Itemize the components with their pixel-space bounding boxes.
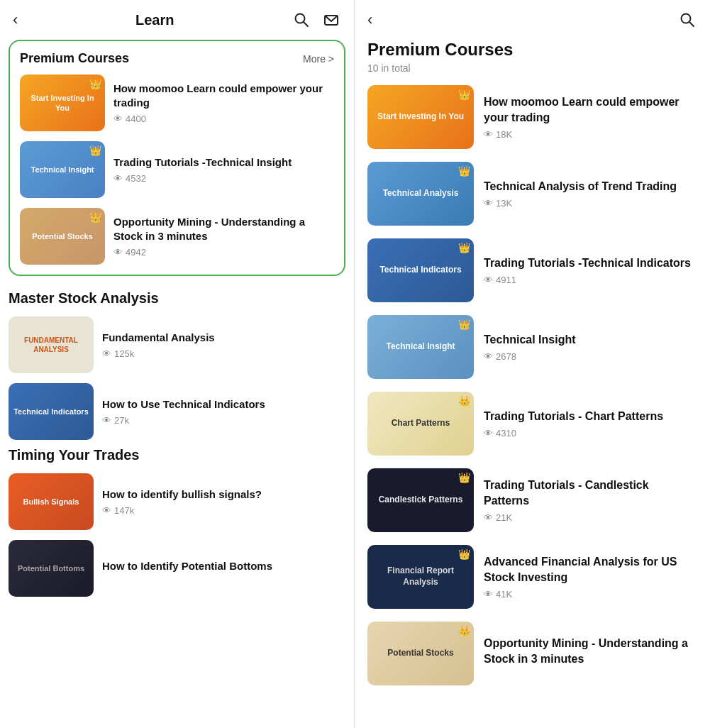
- right-thumb-label-6: Candlestick Patterns: [376, 492, 466, 509]
- right-crown-8: 👑: [458, 625, 470, 636]
- right-info-5: Trading Tutorials - Chart Patterns 👁 431…: [474, 409, 697, 439]
- right-views-1: 👁 18K: [484, 129, 697, 140]
- master-views-1: 👁 125k: [102, 348, 345, 359]
- left-search-icon[interactable]: [292, 10, 311, 30]
- left-premium-item-2[interactable]: 👑 Technical Insight Trading Tutorials -T…: [20, 141, 334, 198]
- right-info-2: Technical Analysis of Trend Trading 👁 13…: [474, 179, 697, 209]
- right-info-8: Opportunity Mining - Understanding a Sto…: [474, 636, 697, 671]
- eye-r6: 👁: [484, 512, 493, 523]
- right-course-list: 👑 Start Investing In You How moomoo Lear…: [355, 85, 710, 714]
- eye-icon-3: 👁: [113, 247, 123, 258]
- right-views-2: 👁 13K: [484, 198, 697, 209]
- right-item-6[interactable]: 👑 Candlestick Patterns Trading Tutorials…: [367, 468, 697, 532]
- eye-r2: 👁: [484, 198, 493, 209]
- right-main-title: Premium Courses: [355, 40, 710, 60]
- right-info-3: Trading Tutorials -Technical Indicators …: [474, 255, 697, 286]
- left-premium-info-2: Trading Tutorials -Technical Insight 👁 4…: [105, 155, 334, 184]
- left-premium-info-1: How moomoo Learn could empower your trad…: [105, 82, 334, 124]
- left-back-button[interactable]: ‹: [13, 11, 18, 29]
- eye-icon-2: 👁: [113, 173, 123, 184]
- right-thumb-5: 👑 Chart Patterns: [367, 392, 474, 456]
- left-premium-views-1: 👁 4400: [113, 114, 334, 124]
- right-views-3: 👁 4911: [484, 275, 697, 285]
- right-views-4: 👁 2678: [484, 351, 697, 362]
- more-link[interactable]: More >: [303, 53, 334, 65]
- master-course-title-2: How to Use Technical Indicators: [102, 397, 345, 412]
- right-thumb-6: 👑 Candlestick Patterns: [367, 468, 474, 532]
- eye-icon-t1: 👁: [102, 505, 111, 516]
- right-search-icon[interactable]: [677, 10, 697, 30]
- master-views-2: 👁 27k: [102, 415, 345, 426]
- timing-item-2[interactable]: Potential Bottoms How to Identify Potent…: [9, 540, 345, 597]
- right-item-1[interactable]: 👑 Start Investing In You How moomoo Lear…: [367, 85, 697, 149]
- left-premium-thumb-label-2: Technical Insight: [28, 162, 96, 177]
- premium-section-header: Premium Courses More >: [20, 51, 334, 66]
- left-premium-item-1[interactable]: 👑 Start Investing In You How moomoo Lear…: [20, 75, 334, 131]
- eye-r5: 👁: [484, 428, 493, 439]
- right-info-1: How moomoo Learn could empower your trad…: [474, 94, 697, 140]
- right-header: ‹: [355, 0, 710, 40]
- left-header-title: Learn: [135, 12, 174, 28]
- right-item-4[interactable]: 👑 Technical Insight Technical Insight 👁 …: [367, 315, 697, 379]
- right-thumb-label-2: Technical Analysis: [380, 185, 462, 202]
- right-thumb-label-7: Financial Report Analysis: [367, 563, 474, 590]
- left-mail-icon[interactable]: [321, 10, 341, 30]
- right-crown-5: 👑: [458, 395, 470, 407]
- timing-item-1[interactable]: Bullish Signals How to identify bullish …: [9, 473, 345, 530]
- master-thumb-label-2: Technical Indicators: [11, 404, 91, 419]
- right-views-5: 👁 4310: [484, 428, 697, 439]
- left-header-icons: [292, 10, 341, 30]
- right-thumb-label-5: Chart Patterns: [389, 415, 453, 432]
- timing-section-title: Timing Your Trades: [9, 447, 345, 463]
- right-course-title-3: Trading Tutorials -Technical Indicators: [484, 255, 697, 271]
- crown-badge-3: 👑: [89, 211, 101, 223]
- right-info-6: Trading Tutorials - Candlestick Patterns…: [474, 478, 697, 523]
- crown-badge-2: 👑: [89, 145, 101, 156]
- left-premium-views-3: 👁 4942: [113, 247, 334, 258]
- left-premium-course-title-1: How moomoo Learn could empower your trad…: [113, 82, 334, 109]
- premium-title: Premium Courses: [20, 51, 129, 66]
- right-thumb-7: 👑 Financial Report Analysis: [367, 545, 474, 609]
- right-views-6: 👁 21K: [484, 512, 697, 523]
- timing-thumb-1: Bullish Signals: [9, 473, 94, 530]
- master-item-2[interactable]: Technical Indicators How to Use Technica…: [9, 383, 345, 440]
- svg-line-1: [304, 22, 308, 26]
- right-back-button[interactable]: ‹: [367, 11, 372, 29]
- left-premium-item-3[interactable]: 👑 Potential Stocks Opportunity Mining - …: [20, 208, 334, 265]
- left-premium-thumb-3: 👑 Potential Stocks: [20, 208, 105, 265]
- master-item-1[interactable]: FUNDAMENTAL ANALYSIS Fundamental Analysi…: [9, 316, 345, 373]
- left-premium-views-2: 👁 4532: [113, 173, 334, 184]
- left-premium-thumb-label-3: Potential Stocks: [29, 228, 96, 244]
- timing-course-title-1: How to identify bullish signals?: [102, 487, 345, 502]
- left-premium-thumb-1: 👑 Start Investing In You: [20, 75, 105, 131]
- right-item-2[interactable]: 👑 Technical Analysis Technical Analysis …: [367, 162, 697, 226]
- left-panel: ‹ Learn Premium Courses More >: [0, 0, 355, 728]
- right-crown-3: 👑: [458, 242, 470, 253]
- left-premium-course-title-3: Opportunity Mining - Understanding a Sto…: [113, 215, 334, 243]
- master-info-2: How to Use Technical Indicators 👁 27k: [94, 397, 345, 426]
- right-item-3[interactable]: 👑 Technical Indicators Trading Tutorials…: [367, 238, 697, 302]
- right-course-title-6: Trading Tutorials - Candlestick Patterns: [484, 478, 697, 508]
- right-info-4: Technical Insight 👁 2678: [474, 332, 697, 363]
- timing-views-1: 👁 147k: [102, 505, 345, 516]
- eye-r4: 👁: [484, 351, 493, 362]
- right-thumb-3: 👑 Technical Indicators: [367, 238, 474, 302]
- right-crown-6: 👑: [458, 472, 470, 483]
- master-thumb-2: Technical Indicators: [9, 383, 94, 440]
- right-crown-2: 👑: [458, 165, 470, 177]
- eye-icon-m2: 👁: [102, 415, 111, 426]
- timing-info-2: How to Identify Potential Bottoms: [94, 559, 345, 578]
- left-header: ‹ Learn: [0, 0, 354, 40]
- right-item-8[interactable]: 👑 Potential Stocks Opportunity Mining - …: [367, 622, 697, 685]
- right-item-7[interactable]: 👑 Financial Report Analysis Advanced Fin…: [367, 545, 697, 609]
- right-item-5[interactable]: 👑 Chart Patterns Trading Tutorials - Cha…: [367, 392, 697, 456]
- right-thumb-2: 👑 Technical Analysis: [367, 162, 474, 226]
- master-thumb-label-1: FUNDAMENTAL ANALYSIS: [9, 333, 94, 357]
- master-section: Master Stock Analysis FUNDAMENTAL ANALYS…: [0, 290, 354, 440]
- master-info-1: Fundamental Analysis 👁 125k: [94, 331, 345, 360]
- eye-r3: 👁: [484, 275, 493, 285]
- master-section-title: Master Stock Analysis: [9, 290, 345, 307]
- timing-thumb-label-1: Bullish Signals: [21, 494, 82, 509]
- right-panel: ‹ Premium Courses 10 in total 👑 Start In…: [355, 0, 710, 728]
- crown-badge-1: 👑: [89, 78, 101, 89]
